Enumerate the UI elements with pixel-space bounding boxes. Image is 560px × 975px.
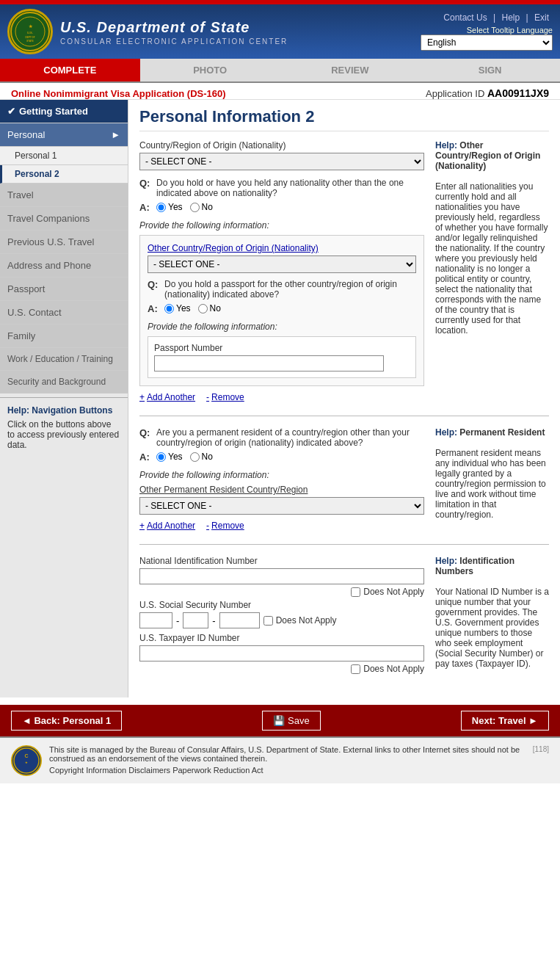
q2-no-radio[interactable] (198, 304, 208, 313)
sidebar-sub-personal2[interactable]: Personal 2 (0, 165, 128, 184)
ssn-part3[interactable] (219, 612, 260, 628)
sidebar-item-address-phone[interactable]: Address and Phone (0, 254, 128, 278)
country-nationality-select[interactable]: - SELECT ONE - (139, 153, 424, 170)
taxpayer-id-input[interactable] (139, 645, 424, 662)
top-links: Contact Us | Help | Exit (421, 12, 553, 23)
footer-main-text: This site is managed by the Bureau of Co… (49, 745, 526, 763)
sidebar-label-work-education: Work / Education / Training (7, 354, 113, 364)
ssn-part2[interactable] (183, 612, 208, 628)
perm-resident-select[interactable]: - SELECT ONE - (139, 497, 424, 515)
national-id-input[interactable] (139, 568, 424, 584)
disclaimers-link[interactable]: Disclaimers (128, 766, 170, 775)
copyright-link[interactable]: Copyright Information (49, 766, 126, 775)
q1-answer-row: A: Yes No (139, 202, 424, 213)
remove-link-2[interactable]: - Remove (206, 521, 244, 531)
country-nationality-label: Country/Region of Origin (Nationality) (139, 140, 424, 151)
ssn-part1[interactable] (139, 612, 172, 628)
tab-sign[interactable]: SIGN (420, 59, 560, 81)
tab-complete[interactable]: COMPLETE (0, 59, 140, 81)
national-id-label: National Identification Number (139, 556, 424, 566)
back-button[interactable]: ◄ Back: Personal 1 (11, 711, 122, 731)
save-button[interactable]: 💾 Save (262, 711, 320, 731)
q1-radio-group: Yes No (156, 202, 213, 212)
sidebar-item-family[interactable]: Family (0, 325, 128, 348)
exit-link[interactable]: Exit (534, 12, 549, 23)
next-button[interactable]: Next: Travel ► (461, 711, 549, 731)
sidebar-item-travel[interactable]: Travel (0, 184, 128, 207)
tab-review[interactable]: REVIEW (280, 59, 421, 81)
sidebar-item-passport[interactable]: Passport (0, 278, 128, 301)
minus-icon-1: - (206, 392, 209, 402)
sidebar-item-security-background[interactable]: Security and Background (0, 371, 128, 394)
bottom-buttons: ◄ Back: Personal 1 💾 Save Next: Travel ► (0, 705, 560, 736)
q3-yes-label[interactable]: Yes (156, 452, 183, 462)
q2-row: Q: Do you hold a passport for the other … (148, 279, 416, 300)
taxpayer-id-label: U.S. Taxpayer ID Number (139, 633, 424, 643)
add-another-link-1[interactable]: + Add Another (139, 392, 195, 402)
other-country-select[interactable]: - SELECT ONE - (148, 255, 416, 273)
dept-sub: CONSULAR ELECTRONIC APPLICATION CENTER (60, 37, 288, 46)
nationality-form-main: Country/Region of Origin (Nationality) -… (139, 140, 424, 402)
sidebar-item-getting-started[interactable]: ✔ Getting Started (0, 100, 128, 123)
tab-photo[interactable]: PHOTO (140, 59, 280, 81)
dna-taxpayer-label[interactable]: Does Not Apply (351, 664, 424, 674)
q1-no-radio[interactable] (190, 203, 200, 212)
sidebar-item-work-education[interactable]: Work / Education / Training (0, 348, 128, 371)
provide-info-2: Provide the following information: (148, 322, 416, 332)
sidebar-help: Help: Navigation Buttons Click on the bu… (0, 397, 128, 457)
sidebar-item-previous-us-travel[interactable]: Previous U.S. Travel (0, 231, 128, 254)
contact-us-link[interactable]: Contact Us (443, 12, 487, 23)
paperwork-link[interactable]: Paperwork Reduction Act (172, 766, 263, 775)
online-title[interactable]: Online Nonimmigrant Visa Application (DS… (11, 88, 226, 99)
arrow-icon: ► (111, 129, 120, 140)
sidebar-label-travel: Travel (7, 189, 34, 200)
q3-block: Q: Are you a permanent resident of a cou… (139, 427, 424, 463)
dna-ssn-checkbox[interactable] (263, 616, 273, 626)
sidebar-label-personal2: Personal 2 (15, 169, 59, 179)
tooltip-label: Select Tooltip Language (467, 26, 553, 35)
svg-text:DEPT OF: DEPT OF (25, 36, 34, 39)
q2-yes-radio[interactable] (164, 304, 174, 313)
sidebar-item-personal[interactable]: Personal ► (0, 123, 128, 147)
dna-taxpayer-row: Does Not Apply (139, 664, 424, 674)
q3-yes-radio[interactable] (156, 452, 166, 462)
other-country-label: Other Country/Region of Origin (National… (148, 243, 416, 253)
content-area: Personal Information 2 Country/Region of… (128, 100, 560, 697)
page-title: Personal Information 2 (139, 107, 549, 131)
identification-section: National Identification Number Does Not … (139, 556, 549, 677)
dna-national-label[interactable]: Does Not Apply (351, 587, 424, 597)
remove-link-1[interactable]: - Remove (206, 392, 244, 402)
svg-text:C: C (24, 753, 28, 758)
dept-main: U.S. Department of State (60, 18, 288, 37)
help-permanent-text: Permanent resident means any individual … (435, 448, 546, 520)
dna-national-checkbox[interactable] (351, 587, 360, 597)
sidebar-label-personal: Personal (7, 129, 45, 140)
language-select[interactable]: English Spanish French Chinese Arabic (421, 35, 553, 51)
plus-icon-1: + (139, 392, 145, 402)
add-another-link-2[interactable]: + Add Another (139, 521, 195, 531)
q2-yes-label[interactable]: Yes (164, 303, 191, 313)
q1-no-label[interactable]: No (190, 202, 213, 212)
help-id-label: Help: (435, 556, 457, 566)
passport-number-input[interactable] (154, 355, 384, 371)
department-seal: ★ U.S. DEPT OF STATE (7, 9, 53, 54)
sidebar-sub-personal1[interactable]: Personal 1 (0, 147, 128, 165)
svg-text:U.S.: U.S. (27, 31, 33, 35)
q1-yes-radio[interactable] (156, 203, 166, 212)
help-link[interactable]: Help (502, 12, 520, 23)
q3-no-label[interactable]: No (190, 452, 213, 462)
q1-yes-label[interactable]: Yes (156, 202, 183, 212)
help-nationality: Help: Other Country/Region of Origin (Na… (435, 140, 549, 402)
dna-taxpayer-checkbox[interactable] (351, 664, 360, 674)
q3-no-radio[interactable] (190, 452, 200, 462)
sidebar-item-us-contact[interactable]: U.S. Contact (0, 301, 128, 325)
q3-answer-row: A: Yes No (139, 452, 424, 463)
header: ★ U.S. DEPT OF STATE U.S. Department of … (0, 4, 560, 59)
q2-no-label[interactable]: No (198, 303, 221, 313)
help-identification: Help: Identification Numbers Your Nation… (435, 556, 549, 677)
sidebar-label-travel-companions: Travel Companions (7, 213, 90, 224)
passport-box: Passport Number (148, 336, 416, 378)
sidebar-item-travel-companions[interactable]: Travel Companions (0, 207, 128, 231)
dna-ssn-label[interactable]: Does Not Apply (263, 615, 337, 626)
nationality-section: Country/Region of Origin (Nationality) -… (139, 140, 549, 402)
